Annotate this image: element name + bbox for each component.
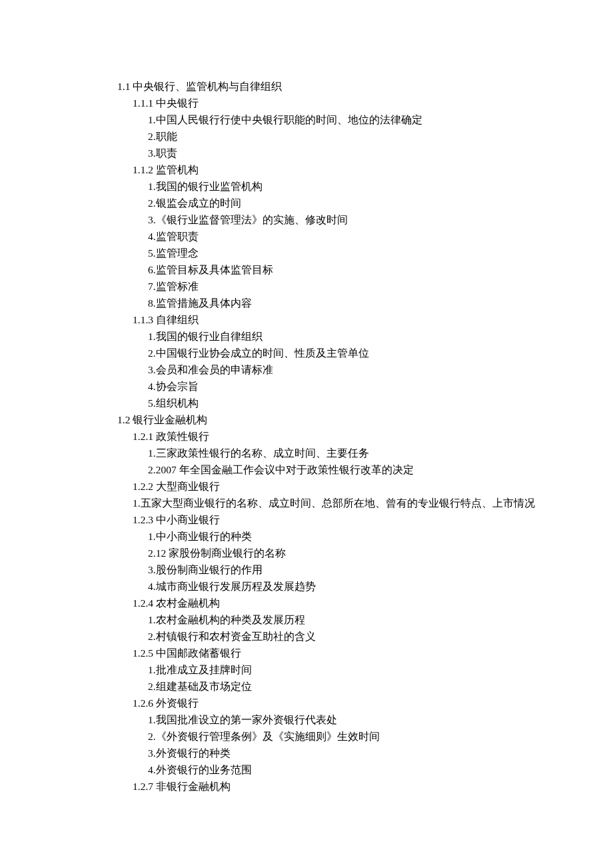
outline-item: 4.城市商业银行发展历程及发展趋势: [148, 578, 553, 595]
document-page: 1.1 中央银行、监管机构与自律组织 1.1.1 中央银行 1.中国人民银行行使…: [0, 0, 613, 795]
outline-item: 2.银监会成立的时间: [148, 195, 553, 211]
outline-item: 1.1 中央银行、监管机构与自律组织: [117, 78, 553, 95]
outline-item: 1.1.3 自律组织: [133, 311, 553, 328]
outline-item: 2.组建基础及市场定位: [148, 678, 553, 695]
outline-item: 1.1.1 中央银行: [133, 95, 553, 111]
outline-item: 3.《银行业监督管理法》的实施、修改时间: [148, 211, 553, 228]
outline-item: 1.2 银行业金融机构: [117, 411, 553, 428]
outline-item: 1.2.7 非银行金融机构: [133, 778, 553, 795]
outline-item: 6.监管目标及具体监管目标: [148, 261, 553, 278]
outline-item: 1.2.5 中国邮政储蓄银行: [133, 645, 553, 661]
outline-item: 1.三家政策性银行的名称、成立时间、主要任务: [148, 445, 553, 461]
outline-item: 3.会员和准会员的申请标准: [148, 361, 553, 378]
outline-item: 1.2.4 农村金融机构: [133, 595, 553, 611]
outline-item: 1.2.1 政策性银行: [133, 428, 553, 445]
outline-item: 1.2.3 中小商业银行: [133, 511, 553, 528]
outline-item: 5.监管理念: [148, 245, 553, 261]
outline-item: 8.监管措施及具体内容: [148, 295, 553, 311]
outline-item: 2.2007 年全国金融工作会议中对于政策性银行改革的决定: [148, 461, 553, 478]
outline-item: 2.《外资银行管理条例》及《实施细则》生效时间: [148, 728, 553, 745]
outline-item: 3.外资银行的种类: [148, 745, 553, 761]
outline-item: 4.协会宗旨: [148, 378, 553, 395]
outline-item: 2.12 家股份制商业银行的名称: [148, 545, 553, 561]
outline-item: 1.五家大型商业银行的名称、成立时间、总部所在地、曾有的专业银行特点、上市情况: [133, 495, 553, 511]
outline-item: 1.中小商业银行的种类: [148, 528, 553, 545]
outline-item: 1.中国人民银行行使中央银行职能的时间、地位的法律确定: [148, 111, 553, 128]
outline-item: 3.股份制商业银行的作用: [148, 561, 553, 578]
outline-item: 1.我国的银行业监管机构: [148, 178, 553, 195]
outline-item: 4.监管职责: [148, 228, 553, 245]
outline-item: 1.2.6 外资银行: [133, 695, 553, 711]
outline-item: 3.职责: [148, 145, 553, 161]
outline-item: 4.外资银行的业务范围: [148, 761, 553, 778]
outline-item: 1.批准成立及挂牌时间: [148, 661, 553, 678]
outline-item: 1.我国批准设立的第一家外资银行代表处: [148, 711, 553, 728]
outline-item: 7.监管标准: [148, 278, 553, 295]
outline-item: 1.2.2 大型商业银行: [133, 478, 553, 495]
outline-item: 2.职能: [148, 128, 553, 145]
outline-item: 1.1.2 监管机构: [133, 161, 553, 178]
outline-item: 5.组织机构: [148, 395, 553, 411]
outline-item: 1.我国的银行业自律组织: [148, 328, 553, 345]
outline-item: 2.村镇银行和农村资金互助社的含义: [148, 628, 553, 645]
outline-item: 1.农村金融机构的种类及发展历程: [148, 611, 553, 628]
outline-item: 2.中国银行业协会成立的时间、性质及主管单位: [148, 345, 553, 361]
